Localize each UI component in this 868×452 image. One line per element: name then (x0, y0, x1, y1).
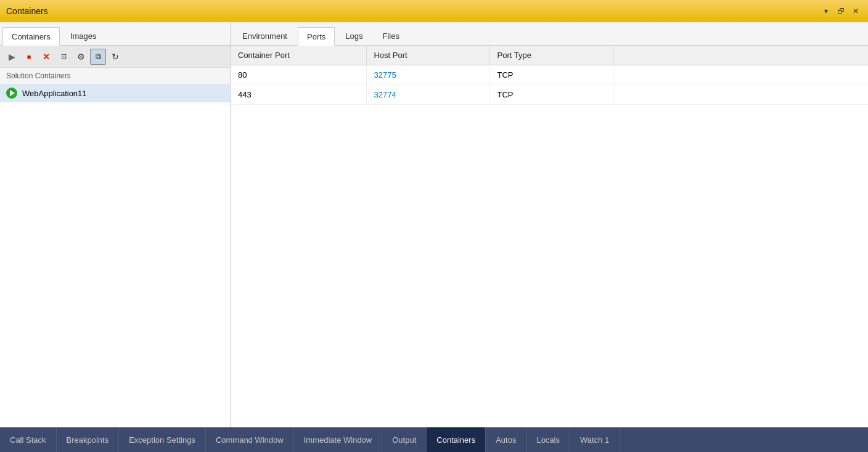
copy-button[interactable]: ⧉ (90, 49, 106, 65)
bottom-tab-call-stack[interactable]: Call Stack (0, 427, 57, 452)
left-panel-toolbar: ▶ ■ ✕ ⊡ ⚙ ⧉ ↻ (0, 46, 230, 68)
tab-environment[interactable]: Environment (233, 27, 297, 45)
table-row[interactable]: 44332774TCP (231, 85, 868, 105)
container-item-webapplication11[interactable]: WebApplication11 (0, 84, 230, 102)
tab-files[interactable]: Files (374, 27, 409, 45)
ports-table: Container Port Host Port Port Type 80327… (231, 46, 868, 105)
col-header-host-port: Host Port (366, 46, 489, 65)
container-item-label: WebApplication11 (22, 89, 87, 98)
tab-images[interactable]: Images (61, 27, 106, 45)
bottom-tab-autos[interactable]: Autos (486, 427, 526, 452)
ports-table-container: Container Port Host Port Port Type 80327… (231, 46, 868, 427)
left-panel-tabs: Containers Images (0, 22, 230, 46)
terminal-button[interactable]: ⊡ (55, 49, 72, 65)
tab-containers[interactable]: Containers (2, 27, 60, 46)
restore-button[interactable]: 🗗 (835, 5, 847, 17)
left-panel: Containers Images ▶ ■ ✕ ⊡ ⚙ ⧉ ↻ Solution… (0, 22, 231, 427)
bottom-tab-command-window[interactable]: Command Window (206, 427, 294, 452)
cell-extra (613, 65, 868, 85)
bottom-tab-watch1[interactable]: Watch 1 (570, 427, 620, 452)
bottom-tab-breakpoints[interactable]: Breakpoints (57, 427, 120, 452)
cell-extra (613, 85, 868, 105)
title-bar-controls: ▾ 🗗 ✕ (820, 5, 862, 17)
cell-port-type: TCP (489, 65, 613, 85)
tab-ports[interactable]: Ports (298, 27, 335, 46)
stop-button[interactable]: ■ (21, 49, 37, 65)
settings-button[interactable]: ⚙ (73, 49, 89, 65)
bottom-tab-output[interactable]: Output (382, 427, 427, 452)
content-tabs: Environment Ports Logs Files (231, 22, 868, 46)
window-title: Containers (6, 6, 48, 16)
cell-container-port: 443 (231, 85, 366, 105)
bottom-tabs-bar: Call StackBreakpointsException SettingsC… (0, 427, 868, 452)
remove-button[interactable]: ✕ (38, 49, 54, 65)
dropdown-button[interactable]: ▾ (820, 5, 832, 17)
table-row[interactable]: 8032775TCP (231, 65, 868, 85)
close-button[interactable]: ✕ (850, 5, 862, 17)
cell-port-type: TCP (489, 85, 613, 105)
col-header-port-type: Port Type (489, 46, 613, 65)
bottom-tab-immediate-window[interactable]: Immediate Window (294, 427, 383, 452)
table-header-row: Container Port Host Port Port Type (231, 46, 868, 65)
title-bar: Containers ▾ 🗗 ✕ (0, 0, 868, 22)
col-header-container-port: Container Port (231, 46, 366, 65)
bottom-tab-exception-settings[interactable]: Exception Settings (119, 427, 206, 452)
bottom-tab-containers-tab[interactable]: Containers (427, 427, 486, 452)
main-area: Containers Images ▶ ■ ✕ ⊡ ⚙ ⧉ ↻ Solution… (0, 22, 868, 427)
refresh-button[interactable]: ↻ (107, 49, 123, 65)
cell-container-port: 80 (231, 65, 366, 85)
tab-logs[interactable]: Logs (336, 27, 372, 45)
cell-host-port[interactable]: 32774 (366, 85, 489, 105)
start-button[interactable]: ▶ (4, 49, 20, 65)
right-panel: Environment Ports Logs Files Container P… (231, 22, 868, 427)
bottom-tab-locals[interactable]: Locals (526, 427, 570, 452)
section-label: Solution Containers (0, 68, 230, 84)
running-icon (6, 88, 17, 99)
cell-host-port[interactable]: 32775 (366, 65, 489, 85)
col-header-extra (613, 46, 868, 65)
container-list: WebApplication11 (0, 84, 230, 427)
